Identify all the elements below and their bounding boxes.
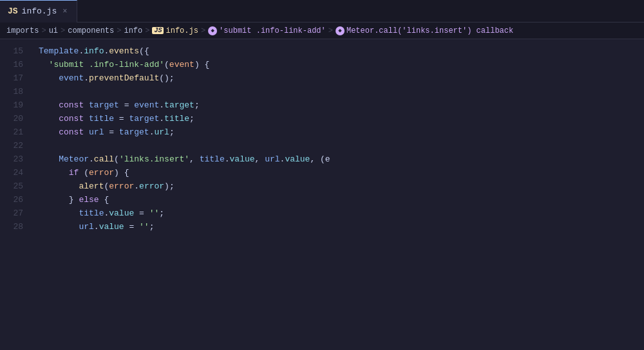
token: . [94, 220, 99, 234]
token: ({ [139, 44, 149, 58]
code-line-23: Meteor.call('links.insert', title.value,… [39, 152, 644, 166]
token: ( [164, 58, 169, 71]
line-num-16: 16 [0, 58, 23, 71]
breadcrumb-sep-4: > [145, 26, 149, 35]
line-num-21: 21 [0, 125, 23, 139]
token: value [285, 152, 310, 166]
code-line-25: alert(error.error); [39, 180, 644, 193]
token: . [84, 71, 89, 85]
token [84, 98, 89, 112]
token: . [104, 44, 109, 58]
token: if [69, 166, 79, 180]
token: url [154, 125, 169, 139]
token: , (e [310, 152, 330, 166]
token [39, 71, 59, 85]
token: . [225, 152, 230, 166]
token: ( [104, 180, 109, 193]
breadcrumb-sep-2: > [61, 26, 65, 35]
token: url [79, 220, 93, 234]
token [39, 139, 44, 152]
token: , [189, 152, 200, 166]
token: event [169, 58, 194, 71]
token: Meteor [59, 152, 89, 166]
breadcrumb-sep-6: > [328, 26, 333, 35]
tab-filename: info.js [22, 6, 57, 16]
token [84, 112, 89, 125]
token: ; [194, 98, 200, 112]
token: } [39, 193, 79, 207]
breadcrumb-infojs: JS info.js [152, 26, 198, 35]
tab-close-button[interactable]: × [61, 6, 69, 17]
token: target [129, 112, 159, 125]
token [39, 152, 59, 166]
token: event [134, 98, 159, 112]
breadcrumb-meteor-call: ◆ Meteor.call('links.insert') callback [336, 26, 513, 35]
token [39, 125, 59, 139]
code-line-27: title.value = ''; [39, 207, 644, 220]
token: . [134, 180, 139, 193]
token: , [255, 152, 265, 166]
token: event [59, 71, 84, 85]
code-line-18 [39, 85, 644, 98]
line-num-19: 19 [0, 98, 23, 112]
code-line-26: } else { [39, 193, 644, 207]
token: call [94, 152, 114, 166]
breadcrumb-sep-1: > [41, 26, 46, 35]
token: events [109, 44, 139, 58]
editor: 15 16 17 18 19 20 21 22 23 24 25 26 27 2… [0, 39, 644, 350]
tab-info-js[interactable]: JS info.js × [0, 0, 77, 23]
token: . [159, 112, 164, 125]
line-numbers: 15 16 17 18 19 20 21 22 23 24 25 26 27 2… [0, 39, 32, 350]
token: . [104, 207, 109, 220]
token [39, 166, 69, 180]
token: 'links.insert' [119, 152, 189, 166]
token: const [59, 98, 84, 112]
breadcrumb-info: info [124, 26, 142, 35]
breadcrumb: imports > ui > components > info > JS in… [0, 23, 644, 39]
token: { [99, 193, 109, 207]
token [39, 220, 79, 234]
line-num-22: 22 [0, 139, 23, 152]
breadcrumb-imports: imports [6, 26, 39, 35]
line-num-18: 18 [0, 85, 23, 98]
token: preventDefault [89, 71, 159, 85]
js-icon: JS [8, 6, 18, 16]
breadcrumb-sep-3: > [117, 26, 121, 35]
line-num-24: 24 [0, 166, 23, 180]
token: info [84, 44, 104, 58]
token: ; [159, 207, 164, 220]
breadcrumb-submit-event: ◆ 'submit .info-link-add' [208, 26, 326, 35]
token: = [124, 220, 139, 234]
code-editor[interactable]: Template.info.events({ 'submit .info-lin… [32, 39, 644, 350]
code-line-20: const title = target.title; [39, 112, 644, 125]
token: ( [79, 166, 89, 180]
token [39, 58, 49, 71]
breadcrumb-components: components [68, 26, 114, 35]
token [39, 98, 59, 112]
code-line-17: event.preventDefault(); [39, 71, 644, 85]
token [39, 85, 44, 98]
token: . [159, 98, 164, 112]
token [39, 180, 79, 193]
token: title [79, 207, 104, 220]
token: value [99, 220, 124, 234]
line-num-28: 28 [0, 220, 23, 234]
token: '' [139, 220, 149, 234]
line-num-17: 17 [0, 71, 23, 85]
token: url [89, 125, 104, 139]
line-num-15: 15 [0, 44, 23, 58]
code-line-24: if (error) { [39, 166, 644, 180]
line-num-27: 27 [0, 207, 23, 220]
code-line-15: Template.info.events({ [39, 44, 644, 58]
code-line-19: const target = event.target; [39, 98, 644, 112]
event-symbol-badge: ◆ [208, 26, 217, 35]
token [39, 112, 59, 125]
token: = [134, 207, 149, 220]
token: value [109, 207, 134, 220]
token: value [230, 152, 255, 166]
token: const [59, 125, 84, 139]
token: title [164, 112, 189, 125]
line-num-25: 25 [0, 180, 23, 193]
token: title [89, 112, 114, 125]
token: target [89, 98, 119, 112]
